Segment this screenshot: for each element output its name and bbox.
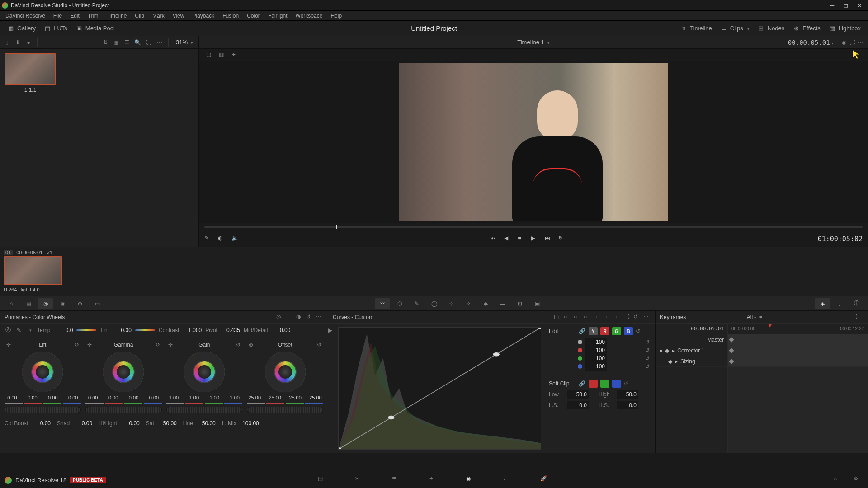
channel-intensity-input[interactable]	[585, 338, 607, 346]
deliver-page-icon[interactable]: 🚀	[540, 475, 550, 485]
wheel-picker-icon[interactable]: ✛	[85, 341, 94, 349]
color-warper-icon[interactable]: ⬡	[392, 298, 407, 309]
menu-item[interactable]: Workspace	[292, 12, 326, 20]
kf-expand-icon[interactable]: ▸	[675, 358, 678, 365]
zoom-select[interactable]: 31%	[173, 38, 196, 47]
cut-page-icon[interactable]: ✂	[355, 475, 365, 485]
kf-expand-icon[interactable]: ▸	[672, 347, 675, 354]
hue-hue-icon[interactable]: ○	[564, 314, 571, 321]
menu-item[interactable]: Clip	[131, 12, 148, 20]
channel-b-button[interactable]: B	[624, 327, 633, 335]
grid-view-icon[interactable]: ▦	[112, 38, 120, 47]
fusion-page-icon[interactable]: ✦	[429, 475, 439, 485]
channel-intensity-input[interactable]	[585, 354, 607, 362]
hue-sat-icon[interactable]: ○	[574, 314, 581, 321]
pivot-value[interactable]: 0.435	[219, 327, 240, 333]
more-icon[interactable]: ⋯	[156, 38, 164, 47]
high-input[interactable]	[617, 390, 638, 399]
wheel-g-value[interactable]: 1.00	[207, 395, 222, 400]
wheel-y-value[interactable]: 25.00	[247, 395, 262, 400]
home-icon[interactable]: ⌂	[834, 475, 844, 485]
wheel-r-value[interactable]: 1.00	[186, 395, 202, 400]
viewer-more-icon[interactable]: ⋯	[856, 38, 864, 47]
menu-item[interactable]: Mark	[149, 12, 168, 20]
list-view-icon[interactable]: ☰	[123, 38, 131, 47]
color-wheel[interactable]	[103, 352, 144, 392]
highlight-icon[interactable]: ✦	[230, 51, 238, 59]
wheel-reset-icon[interactable]: ↺	[234, 341, 242, 349]
wheel-reset-icon[interactable]: ↺	[315, 341, 323, 349]
expand-icon[interactable]: ⛶	[856, 314, 863, 321]
key-icon[interactable]: ▬	[495, 298, 510, 309]
more-icon[interactable]: ⋯	[643, 314, 651, 321]
expand-icon[interactable]: ⛶	[145, 38, 153, 47]
master-jog[interactable]	[247, 407, 323, 413]
colboost-value[interactable]: 0.00	[30, 420, 51, 427]
wheel-y-value[interactable]: 0.00	[85, 395, 101, 400]
wheel-y-value[interactable]: 1.00	[166, 395, 182, 400]
wheel-picker-icon[interactable]: ✛	[166, 341, 175, 349]
wheel-g-value[interactable]: 0.00	[45, 395, 61, 400]
wheel-r-value[interactable]: 25.00	[267, 395, 283, 400]
lmix-value[interactable]: 100.00	[238, 420, 259, 427]
timeline-dropdown[interactable]: Timeline 1	[517, 39, 549, 46]
color-wheels-icon[interactable]: ◎	[38, 298, 53, 309]
curves-graph[interactable]	[338, 327, 541, 450]
reset-icon[interactable]: ↺	[645, 347, 651, 353]
gallery-still[interactable]: 1.1.1	[5, 53, 56, 93]
picker-options-icon[interactable]	[26, 327, 33, 334]
keyframe-marker[interactable]	[729, 359, 734, 364]
menu-item[interactable]: Playback	[189, 12, 218, 20]
bars-mode-icon[interactable]: ⫿	[286, 314, 293, 321]
keyframe-marker[interactable]	[729, 337, 734, 342]
hdr-icon[interactable]: ◉	[55, 298, 71, 309]
channel-intensity-input[interactable]	[585, 362, 607, 371]
more-icon[interactable]: ⋯	[316, 314, 323, 321]
sc-b-button[interactable]	[612, 380, 621, 388]
close-button[interactable]: ✕	[856, 2, 863, 9]
menu-item[interactable]: DaVinci Resolve	[2, 12, 49, 20]
window-icon[interactable]: ◯	[426, 298, 442, 309]
reset-icon[interactable]: ↺	[645, 355, 651, 361]
edit-page-icon[interactable]: ≣	[392, 475, 402, 485]
effects-toggle[interactable]: ⊛Effects	[789, 23, 824, 34]
picker-icon[interactable]: ✎	[204, 235, 212, 243]
reset-icon[interactable]: ↺	[636, 328, 642, 334]
grab-still-icon[interactable]: ⬇	[14, 38, 22, 47]
keyframes-filter[interactable]: All	[747, 314, 756, 320]
viewer-timecode[interactable]: 00:00:05:01	[788, 39, 834, 46]
menu-item[interactable]: Fairlight	[264, 12, 291, 20]
menu-item[interactable]: Edit	[66, 12, 83, 20]
tint-slider[interactable]	[135, 329, 155, 331]
shad-value[interactable]: 0.00	[71, 420, 92, 427]
still-thumbnail[interactable]	[5, 53, 56, 85]
minimize-button[interactable]: ─	[829, 2, 835, 9]
color-page-icon[interactable]: ◉	[466, 475, 476, 485]
keyframe-track[interactable]: 00:00:00:00 00:00:12:22	[728, 324, 868, 453]
sat-value[interactable]: 50.00	[156, 420, 177, 427]
reset-icon[interactable]: ↺	[624, 380, 630, 387]
log-mode-icon[interactable]: ◑	[296, 314, 303, 321]
master-jog[interactable]	[5, 407, 81, 413]
wheel-picker-icon[interactable]: ⊕	[247, 341, 255, 349]
menu-item[interactable]: Color	[243, 12, 264, 20]
color-wheel[interactable]	[265, 352, 306, 392]
hue-value[interactable]: 50.00	[195, 420, 216, 427]
lightbox-toggle[interactable]: ▦Lightbox	[825, 23, 864, 34]
sc-r-button[interactable]	[589, 380, 598, 388]
master-jog[interactable]	[166, 407, 243, 413]
hilight-value[interactable]: 0.00	[119, 420, 140, 427]
media-page-icon[interactable]: ▤	[318, 475, 328, 485]
color-wheel[interactable]	[22, 352, 63, 392]
clip-item[interactable]: 01 00:00:05:01 V1 H.264 High L4.0	[4, 250, 63, 292]
kf-toggle-icon[interactable]: ●	[659, 347, 662, 354]
menu-item[interactable]: Timeline	[103, 12, 130, 20]
menu-item[interactable]: File	[50, 12, 66, 20]
channel-r-button[interactable]: R	[600, 327, 609, 335]
channel-g-button[interactable]: G	[612, 327, 621, 335]
play-button[interactable]: ▶	[531, 235, 539, 243]
menu-item[interactable]: View	[169, 12, 188, 20]
hue-lum-icon[interactable]: ○	[584, 314, 591, 321]
link-icon[interactable]: 🔗	[578, 380, 586, 388]
viewer-scrub[interactable]	[199, 223, 868, 231]
